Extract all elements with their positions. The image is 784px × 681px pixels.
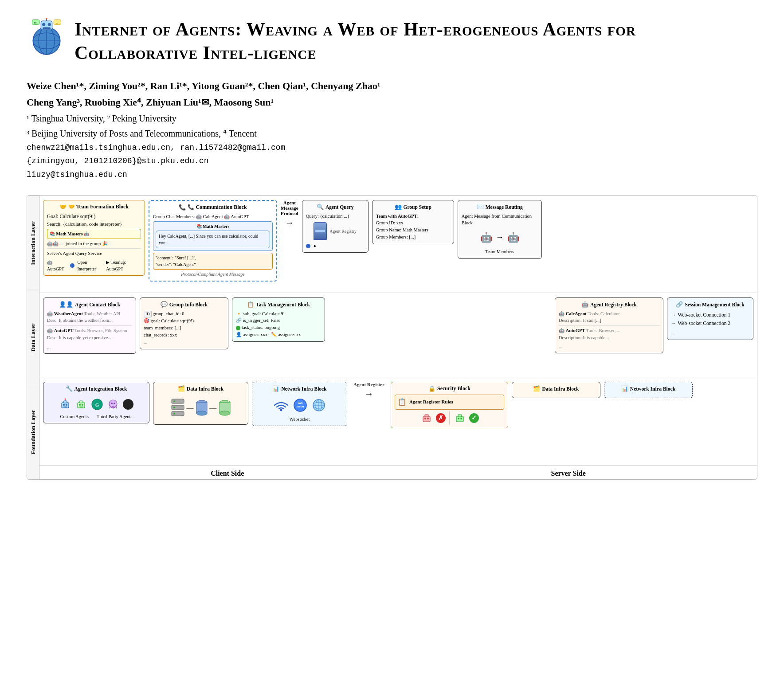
gi-members: team_members: [...]: [144, 325, 224, 332]
ai-agents-row: G: [59, 398, 133, 411]
ai-custom-label: Custom Agents: [60, 413, 88, 420]
interaction-row: 🤝🤝 Team Formation Block Goal: Calculate …: [39, 196, 757, 293]
gs-title: 👥Group Setup: [376, 204, 450, 211]
aq-registry-icon: Agent Registry: [306, 222, 365, 240]
svg-text:G: G: [95, 402, 99, 407]
team-formation-title: 🤝🤝 Team Formation Block: [47, 204, 141, 211]
tf-goal: Goal: Calculate sqrt(9!): [47, 213, 141, 220]
svg-point-63: [460, 418, 462, 419]
data-infra-server-block: 🗂️Data Infra Block: [512, 382, 600, 398]
tm-title: 📋Task Management Block: [236, 301, 321, 308]
side-labels: Client Side Server Side: [39, 466, 757, 479]
ar-ellipsis: ...: [559, 343, 659, 350]
dis-title: 🗂️Data Infra Block: [516, 385, 596, 392]
chat-bubble-1: Hey CalcAgent, [...] Since you can use c…: [156, 231, 270, 248]
author-line-1: Weize Chen¹*, Ziming You²*, Ran Li¹*, Yi…: [27, 78, 757, 94]
svg-point-18: [66, 404, 67, 406]
data-layer-label: Data Layer: [27, 290, 39, 385]
sec-rules-box: 📋 Agent Register Rules: [395, 395, 504, 410]
tf-search: Search: {calculation, code interpreter}: [47, 220, 141, 228]
ai-title: 🔧Agent Integration Block: [47, 385, 145, 392]
svg-text:Web: Web: [298, 402, 303, 404]
svg-point-31: [114, 403, 115, 404]
dic-title: 🗂️Data Infra Block: [157, 385, 244, 392]
svg-rect-57: [425, 415, 428, 417]
svg-rect-8: [43, 27, 51, 30]
group-setup-block: 👥Group Setup Team with AutoGPT! Group ID…: [372, 200, 454, 244]
gi-title: 💬Group Info Block: [144, 301, 224, 308]
dic-server-icons: — —: [171, 398, 231, 418]
mr-icons: 🤖 → 🤖: [462, 230, 538, 245]
agent-integration-block: 🔧Agent Integration Block G: [43, 382, 149, 424]
ar-entry2: 🤖 AutoGPT Tools: Browser, ... Descriptio…: [559, 327, 659, 341]
sm-conn2: Web-socket Connection 2: [671, 320, 749, 327]
author-line-2: Cheng Yang³, Ruobing Xie⁴, Zhiyuan Liu¹✉…: [27, 94, 757, 110]
data-row: 👤👤Agent Contact Block 🤖 WeatherAgent Too…: [39, 293, 757, 377]
nic-icons: WebSocket: [274, 398, 326, 412]
foundation-layer-label: Foundation Layer: [27, 385, 39, 479]
ar-reg-label: Agent Register: [353, 382, 384, 387]
protocol-label: Protocol-Compliant Agent Message: [153, 271, 273, 278]
agent-registry-block: 🤖Agent Registry Block 🤖 CalcAgent Tools:…: [555, 297, 663, 354]
gi-id: ID group_chat_id: 0: [144, 310, 224, 318]
gs-members: Group Members: [...]: [376, 234, 450, 241]
tf-server-query: Server's Agent Query Service: [47, 248, 141, 257]
sec-title: 🔒Security Block: [395, 385, 504, 392]
svg-point-30: [111, 403, 113, 404]
email-3: liuzy@tsinghua.edu.cn: [27, 168, 757, 182]
svg-point-59: [427, 418, 429, 419]
math-masters-card: 📚 Math Masters 🤖: [47, 229, 141, 239]
svg-point-46: [220, 411, 230, 415]
tm-assigner: 👤 assigner: xxx ✏️ assignee: xx: [236, 331, 321, 338]
svg-point-24: [79, 404, 81, 406]
gs-line1: Team with AutoGPT!: [376, 213, 450, 220]
mr-line1: Agent Message from Communication Block: [462, 213, 538, 227]
tm-goal: 🔸 sub_goal: Calculate 9!: [236, 310, 321, 317]
aq-query: Query: {calculation ...}: [306, 213, 365, 220]
svg-point-58: [424, 418, 426, 419]
communication-block: 📞📞 Communication Block Group Chat Member…: [149, 200, 277, 282]
diagram-content: 🤝🤝 Team Formation Block Goal: Calculate …: [39, 196, 757, 479]
sm-title: 🔗Session Management Block: [671, 301, 749, 308]
data-infra-client-block: 🗂️Data Infra Block — —: [153, 382, 248, 425]
math-masters-chat: 📚 Math Masters Hey CalcAgent, [...] Sinc…: [153, 221, 273, 251]
sec-approve-icon: ✓: [469, 413, 479, 423]
svg-rect-60: [456, 416, 463, 422]
ai-labels: Custom Agents Third-Party Agents: [60, 413, 132, 420]
team-formation-block: 🤝🤝 Team Formation Block Goal: Calculate …: [43, 200, 145, 276]
svg-point-21: [65, 398, 66, 399]
ac-ellipsis: ...: [47, 343, 132, 351]
svg-point-10: [46, 18, 47, 20]
svg-rect-26: [79, 407, 83, 407]
task-mgmt-block: 📋Task Management Block 🔸 sub_goal: Calcu…: [232, 297, 325, 342]
svg-text:...: ...: [56, 21, 59, 24]
message-routing-block: ✉️Message Routing Agent Message from Com…: [458, 200, 542, 259]
svg-point-43: [196, 411, 207, 415]
ai-black-circle: [123, 399, 133, 410]
svg-point-39: [173, 407, 175, 408]
ac-entry1: 🤖 WeatherAgent Tools: Weather API Desc: …: [47, 310, 132, 326]
layer-labels: Interaction Layer Data Layer Foundation …: [27, 196, 39, 479]
affiliation-1: ¹ Tsinghua University, ² Peking Universi…: [27, 111, 757, 126]
group-info-block: 💬Group Info Block ID group_chat_id: 0 🎯 …: [140, 297, 228, 349]
paper-title: Internet of Agents: Weaving a Web of Het…: [74, 18, 757, 64]
architecture-diagram: Interaction Layer Data Layer Foundation …: [27, 195, 757, 480]
gs-name: Group Name: Math Masters: [376, 227, 450, 234]
mr-title: ✉️Message Routing: [462, 204, 538, 211]
email-2: {zimingyou, 2101210206}@stu.pku.edu.cn: [27, 154, 757, 168]
comm-to-query-arrow: AgentMessageProtocol →: [281, 200, 298, 228]
svg-text:Hi!: Hi!: [34, 21, 37, 24]
protocol-msg-card: "content": "Sure! [...]", "sender": "Cal…: [153, 253, 273, 270]
svg-point-25: [82, 404, 83, 406]
svg-point-17: [63, 404, 65, 406]
logo-icon: ... Hi!: [27, 18, 67, 58]
tm-trigger: 🔗 is_trigger_set: False: [236, 317, 321, 324]
agent-register-box: Agent Register →: [351, 382, 387, 399]
aq-title: 🔍Agent Query: [306, 204, 365, 211]
ar-reg-arrow: →: [365, 389, 373, 399]
gi-chat: chat_records: xxx: [144, 332, 224, 339]
tf-agent-list: 🤖 AutoGPT Open Interpreter ▶ Teamup: Aut…: [47, 259, 141, 272]
svg-point-47: [280, 409, 282, 411]
security-block: 🔒Security Block 📋 Agent Register Rules ✗: [391, 382, 508, 428]
tf-agents-row: 🤖🤖 → joined in the group 🎉: [47, 240, 141, 247]
